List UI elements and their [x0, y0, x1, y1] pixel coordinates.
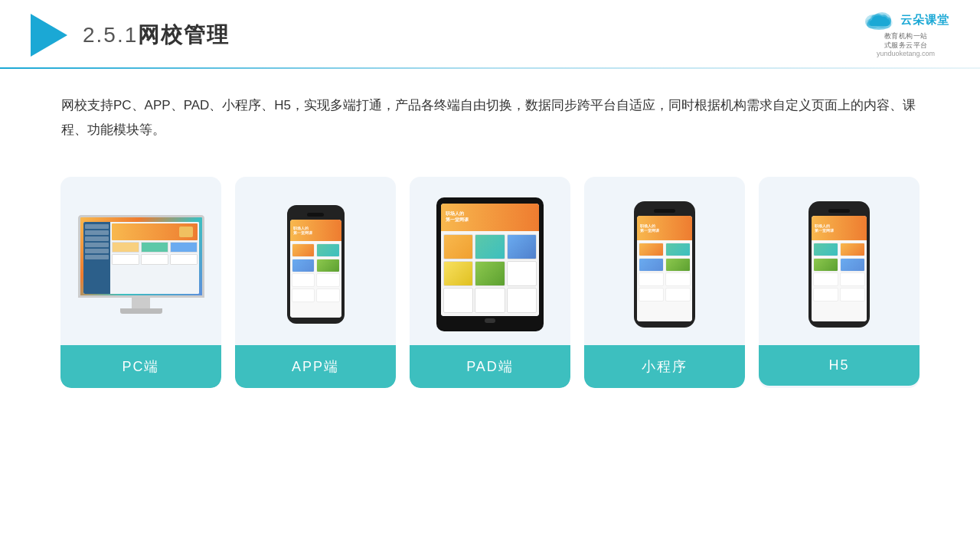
card-mini-label: 小程序 — [584, 345, 745, 388]
page-title: 2.5.1网校管理 — [83, 21, 230, 50]
card-app-image: 职场人的第一堂网课 — [235, 177, 396, 345]
phone-app-icon: 职场人的第一堂网课 — [287, 205, 345, 324]
card-app-label: APP端 — [235, 345, 396, 388]
cloud-icon — [862, 9, 896, 31]
cards-container: PC端 职场人的第一堂网课 — [0, 169, 980, 388]
card-pc-image — [60, 177, 221, 345]
card-app: 职场人的第一堂网课 — [235, 177, 396, 388]
card-pad: 职场人的第一堂网课 PAD端 — [410, 177, 570, 388]
card-pc-label: PC端 — [60, 345, 221, 388]
card-pad-image: 职场人的第一堂网课 — [410, 177, 570, 345]
card-h5-label: H5 — [759, 345, 920, 386]
brand-logo: 云朵课堂 教育机构一站式服务云平台 yunduoketang.com — [862, 9, 949, 57]
card-pc: PC端 — [60, 177, 221, 388]
phone-mini-icon: 职场人的第一堂网课 — [634, 201, 695, 328]
pc-monitor-icon — [78, 215, 204, 314]
card-h5: 职场人的第一堂网课 — [759, 177, 920, 388]
card-h5-image: 职场人的第一堂网课 — [759, 177, 920, 345]
tablet-pad-icon: 职场人的第一堂网课 — [436, 197, 544, 331]
brand-name: 云朵课堂 — [900, 13, 949, 28]
card-pad-label: PAD端 — [410, 345, 570, 388]
brand-icon: 云朵课堂 — [862, 9, 949, 31]
header: 2.5.1网校管理 云朵课堂 教育机构一站式服务云平台 yunduoketang… — [0, 0, 980, 57]
card-mini: 职场人的第一堂网课 — [584, 177, 745, 388]
phone-h5-icon: 职场人的第一堂网课 — [808, 201, 870, 328]
description-text: 网校支持PC、APP、PAD、小程序、H5，实现多端打通，产品各终端自由切换，数… — [0, 69, 980, 161]
logo-triangle-icon — [31, 14, 67, 57]
brand-tagline: 教育机构一站式服务云平台 — [884, 32, 928, 50]
card-mini-image: 职场人的第一堂网课 — [584, 177, 745, 345]
brand-domain: yunduoketang.com — [877, 50, 935, 57]
